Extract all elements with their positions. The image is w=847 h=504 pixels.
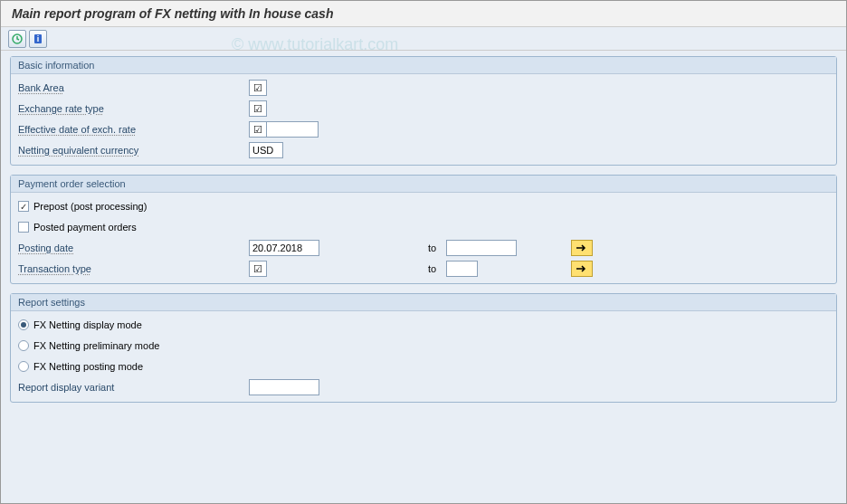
arrow-right-icon	[576, 264, 588, 273]
info-icon: i	[32, 33, 44, 45]
arrow-right-icon	[576, 243, 588, 252]
label-posting-date: Posting date	[18, 242, 249, 253]
row-posting-mode: FX Netting posting mode	[18, 357, 829, 376]
label-to: to	[410, 263, 446, 274]
info-button[interactable]: i	[29, 30, 47, 48]
label-bank-area: Bank Area	[18, 82, 249, 93]
eff-date-input[interactable]	[266, 121, 319, 138]
row-eff-date: Effective date of exch. rate ☑	[18, 119, 829, 139]
page-title: Main report program of FX netting with I…	[1, 1, 846, 27]
label-trans-type: Transaction type	[18, 263, 249, 274]
row-posted: Posted payment orders	[18, 217, 829, 237]
trans-type-from-check[interactable]: ☑	[249, 261, 267, 277]
trans-type-multi-button[interactable]	[571, 261, 593, 277]
group-title: Payment order selection	[11, 176, 836, 193]
posting-date-multi-button[interactable]	[571, 240, 593, 256]
check-icon: ☑	[253, 124, 262, 136]
group-report-settings: Report settings FX Netting display mode …	[10, 293, 837, 403]
row-prepost: ✓ Prepost (post processing)	[18, 196, 829, 216]
label-to: to	[410, 242, 446, 253]
netting-curr-input[interactable]	[249, 142, 283, 158]
display-mode-radio[interactable]	[18, 319, 29, 330]
posting-date-from-input[interactable]	[249, 240, 319, 256]
row-variant: Report display variant	[18, 377, 829, 397]
prepost-checkbox[interactable]: ✓	[18, 201, 29, 212]
execute-button[interactable]	[8, 30, 26, 48]
row-bank-area: Bank Area ☑	[18, 78, 829, 98]
group-title: Report settings	[11, 294, 836, 311]
label-preliminary-mode: FX Netting preliminary mode	[33, 340, 159, 351]
row-trans-type: Transaction type ☑ to	[18, 259, 829, 279]
trans-type-to-input[interactable]	[446, 261, 478, 277]
svg-text:i: i	[37, 34, 40, 43]
posted-checkbox[interactable]	[18, 222, 29, 233]
label-eff-date: Effective date of exch. rate	[18, 124, 249, 135]
label-posted: Posted payment orders	[33, 222, 137, 233]
posting-mode-radio[interactable]	[18, 361, 29, 372]
check-icon: ✓	[20, 202, 27, 212]
posting-date-to-input[interactable]	[446, 240, 517, 256]
exch-rate-type-check[interactable]: ☑	[249, 100, 267, 117]
group-basic-information: Basic information Bank Area ☑ Exchange r…	[10, 56, 837, 166]
check-icon: ☑	[253, 82, 262, 94]
label-variant: Report display variant	[18, 382, 249, 393]
check-icon: ☑	[253, 263, 262, 275]
toolbar: i	[1, 27, 846, 51]
label-netting-curr: Netting equivalent currency	[18, 145, 249, 156]
variant-input[interactable]	[249, 379, 319, 395]
label-exch-rate-type: Exchange rate type	[18, 103, 249, 114]
row-posting-date: Posting date to	[18, 238, 829, 258]
bank-area-check[interactable]: ☑	[249, 80, 267, 96]
clock-run-icon	[11, 33, 24, 45]
content-area: Basic information Bank Area ☑ Exchange r…	[1, 51, 846, 504]
row-exch-rate-type: Exchange rate type ☑	[18, 99, 829, 119]
group-payment-order-selection: Payment order selection ✓ Prepost (post …	[10, 175, 837, 284]
label-display-mode: FX Netting display mode	[33, 319, 142, 330]
label-posting-mode: FX Netting posting mode	[33, 361, 143, 372]
preliminary-mode-radio[interactable]	[18, 340, 29, 351]
group-title: Basic information	[11, 57, 836, 74]
eff-date-check[interactable]: ☑	[249, 121, 267, 138]
row-netting-curr: Netting equivalent currency	[18, 140, 829, 160]
check-icon: ☑	[253, 103, 262, 115]
radio-dot-icon	[21, 322, 26, 328]
row-display-mode: FX Netting display mode	[18, 315, 829, 335]
row-preliminary-mode: FX Netting preliminary mode	[18, 336, 829, 356]
label-prepost: Prepost (post processing)	[33, 201, 147, 212]
